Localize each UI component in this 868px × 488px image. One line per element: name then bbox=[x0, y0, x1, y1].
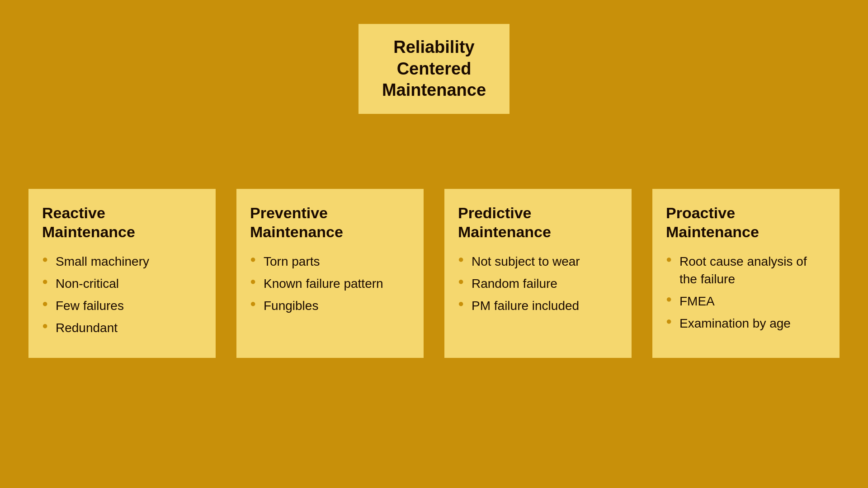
reactive-list: Small machinery Non-critical Few failure… bbox=[42, 253, 202, 337]
root-node: ReliabilityCenteredMaintenance bbox=[357, 23, 511, 115]
preventive-title: PreventiveMaintenance bbox=[250, 203, 410, 242]
children-row: ReactiveMaintenance Small machinery Non-… bbox=[27, 188, 841, 359]
reactive-item-1: Small machinery bbox=[42, 253, 202, 270]
reactive-item-2: Non-critical bbox=[42, 275, 202, 292]
proactive-item-2: FMEA bbox=[666, 292, 826, 310]
connector-area bbox=[27, 115, 841, 188]
reactive-title: ReactiveMaintenance bbox=[42, 203, 202, 242]
connector-svg bbox=[27, 115, 841, 188]
predictive-item-1: Not subject to wear bbox=[458, 253, 618, 270]
proactive-title: ProactiveMaintenance bbox=[666, 203, 826, 242]
predictive-item-2: Random failure bbox=[458, 275, 618, 292]
predictive-item-3: PM failure included bbox=[458, 297, 618, 314]
preventive-list: Torn parts Known failure pattern Fungibl… bbox=[250, 253, 410, 315]
proactive-item-3: Examination by age bbox=[666, 314, 826, 332]
proactive-maintenance-node: ProactiveMaintenance Root cause analysis… bbox=[651, 188, 841, 359]
diagram-container: ReliabilityCenteredMaintenance ReactiveM… bbox=[27, 23, 841, 465]
proactive-list: Root cause analysis of the failure FMEA … bbox=[666, 253, 826, 333]
predictive-title: PredictiveMaintenance bbox=[458, 203, 618, 242]
preventive-item-2: Known failure pattern bbox=[250, 275, 410, 292]
reactive-maintenance-node: ReactiveMaintenance Small machinery Non-… bbox=[27, 188, 217, 359]
reactive-item-4: Redundant bbox=[42, 319, 202, 337]
reactive-item-3: Few failures bbox=[42, 297, 202, 314]
proactive-item-1: Root cause analysis of the failure bbox=[666, 253, 826, 288]
preventive-item-1: Torn parts bbox=[250, 253, 410, 270]
preventive-maintenance-node: PreventiveMaintenance Torn parts Known f… bbox=[235, 188, 425, 359]
predictive-maintenance-node: PredictiveMaintenance Not subject to wea… bbox=[443, 188, 633, 359]
predictive-list: Not subject to wear Random failure PM fa… bbox=[458, 253, 618, 315]
root-title: ReliabilityCenteredMaintenance bbox=[381, 37, 487, 101]
preventive-item-3: Fungibles bbox=[250, 297, 410, 314]
